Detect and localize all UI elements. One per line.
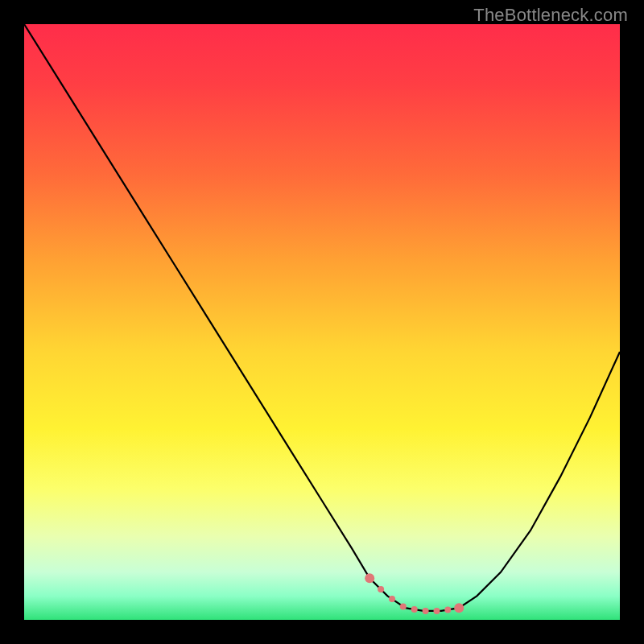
optimal-dot: [389, 596, 395, 602]
optimal-dot: [423, 608, 429, 614]
optimal-dot: [378, 586, 384, 592]
optimal-dot: [454, 603, 464, 613]
optimal-dot: [411, 606, 418, 613]
optimal-dot: [400, 603, 407, 609]
bottleneck-curve: [24, 24, 620, 620]
plot-area: [24, 24, 620, 620]
curve-path: [24, 24, 620, 611]
chart-container: TheBottleneck.com: [0, 0, 644, 644]
watermark-text: TheBottleneck.com: [473, 5, 628, 26]
optimal-dot: [444, 607, 451, 613]
optimal-dot: [434, 608, 440, 614]
optimal-dot: [365, 573, 374, 583]
